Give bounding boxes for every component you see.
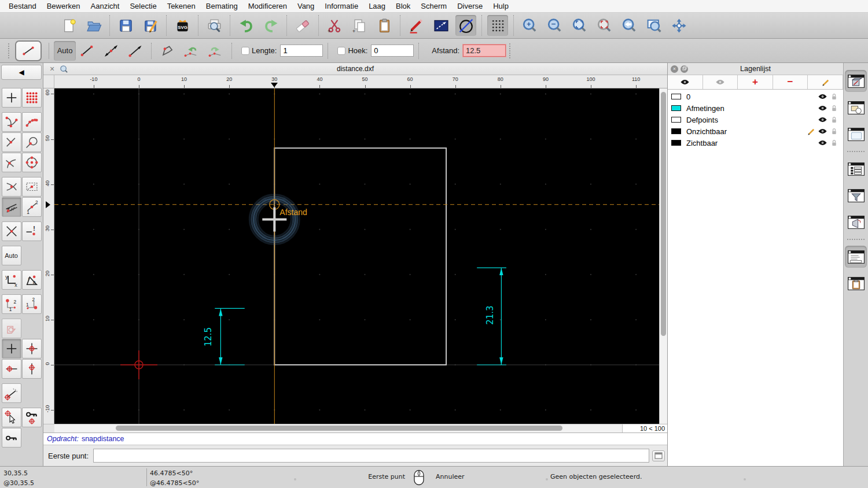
- menu-selectie[interactable]: Selectie: [124, 2, 161, 10]
- redo-button[interactable]: [260, 15, 281, 36]
- menu-aanzicht[interactable]: Aanzicht: [86, 2, 125, 10]
- panel-command-trigger-button[interactable]: [845, 211, 867, 233]
- panel-clipboard-button[interactable]: [845, 272, 867, 294]
- snap-tangential-button[interactable]: [2, 153, 21, 172]
- menu-bestand[interactable]: Bestand: [3, 2, 42, 10]
- layer-visibility-toggle[interactable]: [816, 127, 828, 135]
- angle-checkbox[interactable]: [337, 47, 345, 55]
- cut-button[interactable]: +: [324, 15, 345, 36]
- draw-pencil-button[interactable]: [406, 15, 426, 36]
- paste-button[interactable]: [374, 15, 395, 36]
- dimension-entity-21.3[interactable]: 21.3: [477, 268, 506, 365]
- restrict-orthogonal-button[interactable]: yx: [2, 270, 21, 290]
- menu-informatie[interactable]: Informatie: [319, 2, 363, 10]
- edit-layer-button[interactable]: [808, 75, 843, 89]
- zoom-window-button[interactable]: [643, 15, 664, 36]
- snap-on-entity-button[interactable]: [22, 112, 42, 132]
- vertical-scrollbar[interactable]: [659, 88, 667, 424]
- vertical-scrollbar-thumb[interactable]: [661, 92, 666, 336]
- snap-middle-button[interactable]: 12: [22, 197, 42, 217]
- print-preview-button[interactable]: [204, 15, 225, 36]
- zero-angle-button[interactable]: [2, 383, 21, 403]
- menu-hulp[interactable]: Hulp: [488, 2, 514, 10]
- new-file-button[interactable]: [58, 15, 79, 36]
- grid-toggle-button[interactable]: [487, 15, 508, 36]
- menu-blok[interactable]: Blok: [391, 2, 415, 10]
- horizontal-scrollbar[interactable]: [54, 424, 622, 432]
- snap-entity-point-button[interactable]: [22, 177, 42, 197]
- svg-export-button[interactable]: SVG: [172, 15, 193, 36]
- horizontal-scrollbar-thumb[interactable]: [116, 426, 562, 431]
- layer-row[interactable]: Zichtbaar: [668, 137, 843, 149]
- line-two-points-button[interactable]: [76, 41, 98, 61]
- angle-input[interactable]: [371, 45, 414, 57]
- save-button[interactable]: [115, 15, 136, 36]
- polar-tool-button[interactable]: [2, 319, 21, 338]
- save-as-button[interactable]: [140, 15, 161, 36]
- zoom-in-button[interactable]: +: [519, 15, 540, 36]
- relative-1-button[interactable]: 12: [2, 294, 21, 314]
- line-bidirectional-button[interactable]: [100, 41, 122, 61]
- zoom-auto-button[interactable]: [569, 15, 590, 36]
- dimension-entity-12.5[interactable]: 12.5: [203, 308, 245, 365]
- menu-vang[interactable]: Vang: [292, 2, 319, 10]
- float-panel-icon[interactable]: [681, 65, 688, 73]
- zoom-out-button[interactable]: −: [544, 15, 565, 36]
- length-checkbox[interactable]: [241, 47, 249, 55]
- snap-forced-button[interactable]: !: [22, 221, 42, 241]
- hide-all-layers-button[interactable]: [703, 75, 738, 89]
- redo-segment-button[interactable]: [205, 41, 227, 61]
- menu-modificeren[interactable]: Modificeren: [243, 2, 292, 10]
- layer-visibility-toggle[interactable]: [816, 139, 828, 147]
- snap-perpendicular-button[interactable]: [2, 132, 21, 152]
- open-file-button[interactable]: [83, 15, 104, 36]
- zoom-previous-button[interactable]: [619, 15, 639, 36]
- zero-free-button[interactable]: [2, 339, 21, 358]
- drawing-canvas[interactable]: 12.521.3Afstand: [54, 88, 659, 424]
- snap-intersection-button[interactable]: [2, 177, 21, 197]
- delete-eraser-button[interactable]: [292, 15, 313, 36]
- menu-bewerken[interactable]: Bewerken: [42, 2, 86, 10]
- restrict-auto-button[interactable]: Auto: [2, 246, 21, 265]
- layer-row[interactable]: Defpoints: [668, 114, 843, 125]
- zoom-fit-button[interactable]: [594, 15, 615, 36]
- current-tool-line-button[interactable]: [15, 40, 42, 61]
- zero-vertical-button[interactable]: [22, 359, 42, 379]
- undo-segment-button[interactable]: [181, 41, 203, 61]
- zero-pick-button[interactable]: [2, 408, 21, 427]
- panel-layer-list-button[interactable]: [845, 70, 867, 92]
- rectangle-entity[interactable]: [274, 148, 446, 365]
- menu-diverse[interactable]: Diverse: [452, 2, 488, 10]
- relative-2-button[interactable]: 12: [22, 294, 42, 314]
- snap-reference-button[interactable]: [22, 132, 42, 152]
- measure-distance-button[interactable]: [455, 15, 476, 36]
- command-history-toggle-button[interactable]: [652, 450, 665, 461]
- dimension-tool-button[interactable]: [431, 15, 451, 36]
- zero-absolute-button[interactable]: [22, 339, 42, 358]
- polyline-button[interactable]: [156, 41, 178, 61]
- add-layer-button[interactable]: +: [738, 75, 773, 89]
- zero-lock-button[interactable]: [22, 408, 42, 427]
- panel-block-list-button[interactable]: [845, 97, 867, 119]
- layer-row[interactable]: Onzichtbaar: [668, 125, 843, 137]
- snap-grid-button[interactable]: [22, 88, 42, 108]
- close-panel-icon[interactable]: ×: [671, 65, 678, 73]
- menu-tekenen[interactable]: Tekenen: [162, 2, 201, 10]
- snap-endpoints-button[interactable]: [2, 112, 21, 132]
- pan-button[interactable]: [668, 15, 689, 36]
- menu-bemating[interactable]: Bemating: [201, 2, 243, 10]
- undo-button[interactable]: [236, 15, 256, 36]
- layer-lock-toggle[interactable]: [828, 139, 840, 147]
- layer-lock-toggle[interactable]: [828, 127, 840, 135]
- snap-distance-button[interactable]: [2, 197, 21, 217]
- restrict-angle-button[interactable]: ra: [22, 270, 42, 290]
- menu-laag[interactable]: Laag: [363, 2, 391, 10]
- snap-center-button[interactable]: [22, 153, 42, 172]
- relative-lock-button[interactable]: [2, 428, 21, 448]
- menu-scherm[interactable]: Scherm: [415, 2, 452, 10]
- layer-row[interactable]: 0: [668, 91, 843, 102]
- layer-row[interactable]: Afmetingen: [668, 102, 843, 114]
- distance-input[interactable]: [463, 45, 506, 57]
- layer-lock-toggle[interactable]: [828, 93, 840, 101]
- panel-command-line-button[interactable]: [845, 246, 867, 268]
